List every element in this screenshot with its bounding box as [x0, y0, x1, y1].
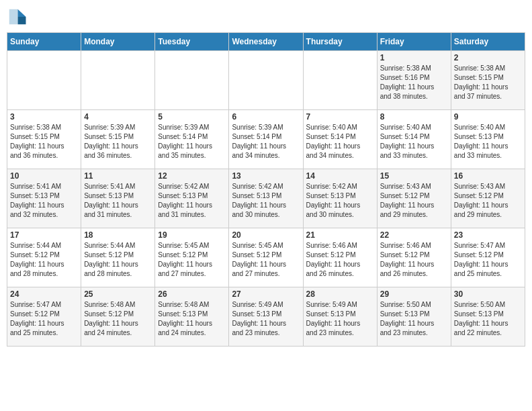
day-info: Sunrise: 5:41 AM Sunset: 5:13 PM Dayligh…: [84, 182, 152, 220]
day-number: 5: [158, 112, 226, 122]
calendar-cell: 21Sunrise: 5:46 AM Sunset: 5:12 PM Dayli…: [303, 228, 377, 287]
calendar-cell: [303, 51, 377, 110]
day-info: Sunrise: 5:44 AM Sunset: 5:12 PM Dayligh…: [10, 241, 78, 279]
day-number: 4: [84, 112, 152, 122]
day-number: 3: [10, 112, 78, 122]
day-info: Sunrise: 5:40 AM Sunset: 5:14 PM Dayligh…: [380, 123, 448, 161]
day-info: Sunrise: 5:50 AM Sunset: 5:13 PM Dayligh…: [454, 300, 522, 338]
day-number: 25: [84, 289, 152, 299]
day-number: 28: [306, 289, 374, 299]
calendar-week-0: 1Sunrise: 5:38 AM Sunset: 5:16 PM Daylig…: [7, 51, 525, 110]
day-info: Sunrise: 5:42 AM Sunset: 5:13 PM Dayligh…: [158, 182, 226, 220]
header-row: SundayMondayTuesdayWednesdayThursdayFrid…: [7, 33, 525, 51]
day-info: Sunrise: 5:47 AM Sunset: 5:12 PM Dayligh…: [10, 300, 78, 338]
day-number: 19: [158, 230, 226, 240]
day-info: Sunrise: 5:46 AM Sunset: 5:12 PM Dayligh…: [380, 241, 448, 279]
header-day-wednesday: Wednesday: [229, 33, 303, 51]
day-info: Sunrise: 5:42 AM Sunset: 5:13 PM Dayligh…: [232, 182, 300, 220]
calendar-cell: 24Sunrise: 5:47 AM Sunset: 5:12 PM Dayli…: [7, 287, 81, 347]
day-number: 24: [10, 289, 78, 299]
day-info: Sunrise: 5:38 AM Sunset: 5:16 PM Dayligh…: [380, 64, 448, 101]
calendar-week-1: 3Sunrise: 5:38 AM Sunset: 5:15 PM Daylig…: [7, 110, 525, 169]
day-number: 27: [232, 289, 300, 299]
day-number: 9: [454, 112, 522, 122]
day-number: 21: [306, 230, 374, 240]
calendar-cell: 27Sunrise: 5:49 AM Sunset: 5:13 PM Dayli…: [229, 287, 303, 347]
day-number: 30: [454, 289, 522, 299]
day-info: Sunrise: 5:40 AM Sunset: 5:13 PM Dayligh…: [454, 123, 522, 161]
day-number: 7: [306, 112, 374, 122]
day-info: Sunrise: 5:44 AM Sunset: 5:12 PM Dayligh…: [84, 241, 152, 279]
header-day-sunday: Sunday: [7, 33, 81, 51]
calendar-cell: 28Sunrise: 5:49 AM Sunset: 5:13 PM Dayli…: [303, 287, 377, 347]
day-info: Sunrise: 5:47 AM Sunset: 5:12 PM Dayligh…: [454, 241, 522, 279]
calendar-cell: 15Sunrise: 5:43 AM Sunset: 5:12 PM Dayli…: [377, 169, 451, 228]
calendar-cell: 1Sunrise: 5:38 AM Sunset: 5:16 PM Daylig…: [377, 51, 451, 110]
header-day-friday: Friday: [377, 33, 451, 51]
calendar-cell: 13Sunrise: 5:42 AM Sunset: 5:13 PM Dayli…: [229, 169, 303, 228]
day-number: 1: [380, 53, 448, 62]
day-number: 26: [158, 289, 226, 299]
calendar-cell: 25Sunrise: 5:48 AM Sunset: 5:12 PM Dayli…: [81, 287, 155, 347]
day-number: 18: [84, 230, 152, 240]
page-header: [7, 7, 525, 27]
calendar-week-3: 17Sunrise: 5:44 AM Sunset: 5:12 PM Dayli…: [7, 228, 525, 287]
day-info: Sunrise: 5:38 AM Sunset: 5:15 PM Dayligh…: [454, 64, 522, 101]
calendar-cell: 9Sunrise: 5:40 AM Sunset: 5:13 PM Daylig…: [451, 110, 525, 169]
calendar-cell: 6Sunrise: 5:39 AM Sunset: 5:14 PM Daylig…: [229, 110, 303, 169]
day-number: 29: [380, 289, 448, 299]
day-info: Sunrise: 5:45 AM Sunset: 5:12 PM Dayligh…: [158, 241, 226, 279]
day-number: 15: [380, 171, 448, 181]
day-info: Sunrise: 5:50 AM Sunset: 5:13 PM Dayligh…: [380, 300, 448, 338]
calendar-week-4: 24Sunrise: 5:47 AM Sunset: 5:12 PM Dayli…: [7, 287, 525, 347]
day-info: Sunrise: 5:42 AM Sunset: 5:13 PM Dayligh…: [306, 182, 374, 220]
calendar-cell: 23Sunrise: 5:47 AM Sunset: 5:12 PM Dayli…: [451, 228, 525, 287]
calendar-cell: 5Sunrise: 5:39 AM Sunset: 5:14 PM Daylig…: [155, 110, 229, 169]
svg-marker-2: [9, 9, 18, 25]
calendar-cell: [7, 51, 81, 110]
day-number: 20: [232, 230, 300, 240]
calendar-cell: 14Sunrise: 5:42 AM Sunset: 5:13 PM Dayli…: [303, 169, 377, 228]
day-info: Sunrise: 5:39 AM Sunset: 5:15 PM Dayligh…: [84, 123, 152, 161]
calendar-week-2: 10Sunrise: 5:41 AM Sunset: 5:13 PM Dayli…: [7, 169, 525, 228]
calendar-cell: 8Sunrise: 5:40 AM Sunset: 5:14 PM Daylig…: [377, 110, 451, 169]
day-info: Sunrise: 5:38 AM Sunset: 5:15 PM Dayligh…: [10, 123, 78, 161]
day-number: 22: [380, 230, 448, 240]
day-info: Sunrise: 5:41 AM Sunset: 5:13 PM Dayligh…: [10, 182, 78, 220]
calendar-cell: 10Sunrise: 5:41 AM Sunset: 5:13 PM Dayli…: [7, 169, 81, 228]
day-number: 8: [380, 112, 448, 122]
day-number: 12: [158, 171, 226, 181]
day-number: 16: [454, 171, 522, 181]
calendar-header: SundayMondayTuesdayWednesdayThursdayFrid…: [7, 33, 525, 51]
day-info: Sunrise: 5:48 AM Sunset: 5:12 PM Dayligh…: [84, 300, 152, 338]
calendar-cell: 19Sunrise: 5:45 AM Sunset: 5:12 PM Dayli…: [155, 228, 229, 287]
calendar-table: SundayMondayTuesdayWednesdayThursdayFrid…: [7, 32, 525, 347]
calendar-cell: 16Sunrise: 5:43 AM Sunset: 5:12 PM Dayli…: [451, 169, 525, 228]
day-info: Sunrise: 5:39 AM Sunset: 5:14 PM Dayligh…: [158, 123, 226, 161]
day-info: Sunrise: 5:43 AM Sunset: 5:12 PM Dayligh…: [454, 182, 522, 220]
calendar-cell: 26Sunrise: 5:48 AM Sunset: 5:13 PM Dayli…: [155, 287, 229, 347]
calendar-cell: 11Sunrise: 5:41 AM Sunset: 5:13 PM Dayli…: [81, 169, 155, 228]
calendar-cell: [155, 51, 229, 110]
header-day-tuesday: Tuesday: [155, 33, 229, 51]
day-info: Sunrise: 5:39 AM Sunset: 5:14 PM Dayligh…: [232, 123, 300, 161]
calendar-cell: 2Sunrise: 5:38 AM Sunset: 5:15 PM Daylig…: [451, 51, 525, 110]
day-info: Sunrise: 5:49 AM Sunset: 5:13 PM Dayligh…: [232, 300, 300, 338]
calendar-body: 1Sunrise: 5:38 AM Sunset: 5:16 PM Daylig…: [7, 51, 525, 347]
calendar-cell: [229, 51, 303, 110]
calendar-cell: 7Sunrise: 5:40 AM Sunset: 5:14 PM Daylig…: [303, 110, 377, 169]
day-number: 11: [84, 171, 152, 181]
calendar-cell: 30Sunrise: 5:50 AM Sunset: 5:13 PM Dayli…: [451, 287, 525, 347]
header-day-monday: Monday: [81, 33, 155, 51]
day-info: Sunrise: 5:43 AM Sunset: 5:12 PM Dayligh…: [380, 182, 448, 220]
day-number: 6: [232, 112, 300, 122]
day-number: 10: [10, 171, 78, 181]
day-number: 13: [232, 171, 300, 181]
calendar-cell: 18Sunrise: 5:44 AM Sunset: 5:12 PM Dayli…: [81, 228, 155, 287]
header-day-saturday: Saturday: [451, 33, 525, 51]
day-number: 23: [454, 230, 522, 240]
logo: [7, 7, 30, 27]
calendar-cell: 29Sunrise: 5:50 AM Sunset: 5:13 PM Dayli…: [377, 287, 451, 347]
logo-icon: [7, 7, 27, 27]
svg-marker-0: [18, 9, 26, 17]
